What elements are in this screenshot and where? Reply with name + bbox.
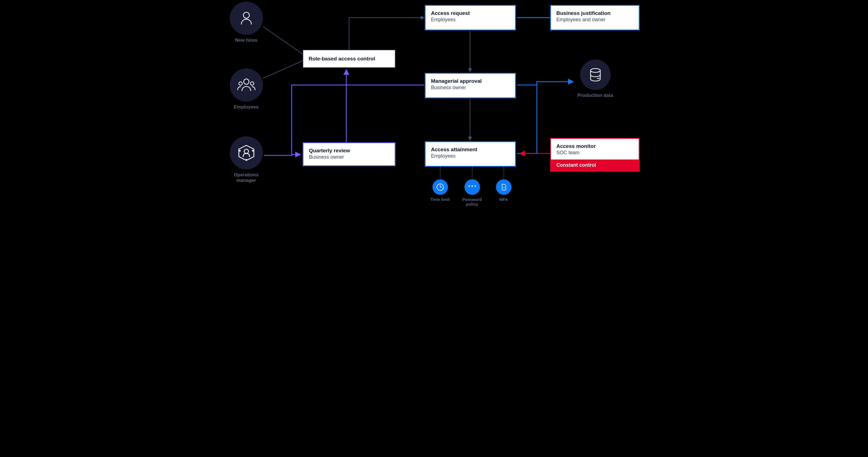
label: Time limit [424, 197, 457, 202]
title: Access attainment [431, 146, 509, 153]
bubble: *** [496, 179, 512, 195]
clock-icon [436, 183, 445, 192]
box-rbac: Role-based access control [303, 50, 396, 68]
title: Managerial approval [431, 78, 509, 84]
subtitle: SOC team [556, 150, 633, 156]
subtitle: Business owner [431, 85, 509, 91]
title: Access request [431, 10, 509, 16]
subtitle: Business owner [309, 154, 389, 160]
label: MFA [487, 197, 520, 202]
label: New hires [230, 37, 263, 43]
subtitle: Employees [431, 17, 509, 23]
bubble [432, 179, 448, 195]
svg-point-11 [244, 79, 249, 84]
svg-point-12 [239, 82, 242, 85]
actor-new-hires: New hires [230, 2, 263, 43]
control-password-policy: * * * Passwordpolicy [456, 179, 489, 206]
box-business-justification: Business justification Employees and own… [550, 5, 640, 30]
asterisks-icon: * * * [467, 185, 477, 190]
bubble [230, 68, 263, 102]
mfa-doc-icon: *** [500, 183, 508, 191]
title: Quarterly review [309, 148, 389, 154]
bubble [230, 136, 263, 169]
bubble [580, 60, 611, 90]
svg-text:***: *** [503, 187, 505, 189]
svg-point-19 [590, 68, 600, 72]
group-icon [236, 77, 256, 93]
ops-hex-icon [237, 143, 256, 163]
svg-line-0 [263, 27, 303, 54]
svg-point-13 [250, 82, 253, 85]
title: Access monitor [556, 143, 633, 149]
svg-line-1 [263, 61, 303, 78]
actor-production-data: Production data [576, 60, 615, 98]
svg-point-22 [442, 189, 443, 190]
actor-employees: Employees [230, 68, 263, 110]
label: Production data [576, 93, 615, 98]
label: Operationsmanager [230, 172, 263, 183]
access-control-diagram: New hires Employees Operationsmanager [225, 0, 643, 220]
svg-point-18 [246, 159, 247, 161]
person-icon [238, 10, 254, 26]
control-mfa: *** MFA [487, 179, 520, 202]
control-time-limit: Time limit [424, 179, 457, 202]
label: Employees [230, 104, 263, 110]
svg-point-17 [252, 150, 253, 152]
constant-control-bar: Constant control [551, 160, 639, 171]
svg-point-10 [243, 12, 249, 18]
bubble [230, 2, 263, 35]
svg-point-23 [443, 188, 444, 189]
database-icon [588, 67, 603, 83]
box-managerial-approval: Managerial approval Business owner [425, 73, 516, 98]
box-access-attainment: Access attainment Employees [425, 141, 516, 167]
subtitle: Employees and owner [556, 17, 633, 23]
svg-point-15 [244, 149, 249, 154]
label: Passwordpolicy [456, 197, 489, 206]
svg-marker-14 [239, 145, 253, 160]
svg-point-16 [239, 150, 241, 152]
svg-text:* * *: * * * [468, 185, 476, 189]
actor-operations-manager: Operationsmanager [230, 136, 263, 183]
subtitle: Employees [431, 153, 509, 159]
title: Business justification [556, 10, 633, 16]
box-access-request: Access request Employees [425, 5, 516, 30]
box-access-monitor: Access monitor SOC team Constant control [550, 138, 640, 172]
title: Role-based access control [309, 56, 375, 62]
bubble: * * * [465, 179, 480, 195]
box-quarterly-review: Quarterly review Business owner [303, 142, 396, 166]
